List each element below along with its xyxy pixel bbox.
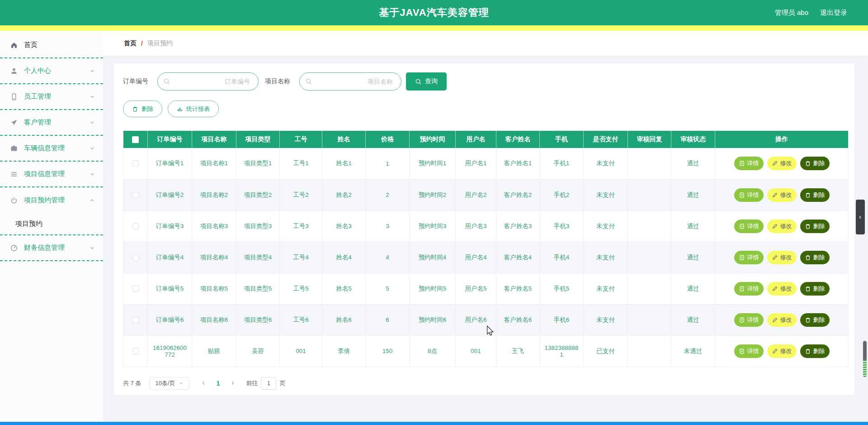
detail-button[interactable]: 详情 — [734, 313, 764, 327]
row-checkbox[interactable] — [132, 223, 139, 229]
detail-button[interactable]: 详情 — [734, 188, 764, 202]
detail-button[interactable]: 详情 — [734, 344, 764, 358]
delete-row-button[interactable]: 删除 — [800, 313, 830, 327]
scrollbar-thumb[interactable] — [863, 341, 867, 360]
column-header: 订单编号 — [148, 131, 192, 148]
current-page-number[interactable]: 1 — [211, 380, 225, 387]
table-cell: 项目类型5 — [236, 273, 280, 304]
table-cell: 项目类型3 — [236, 210, 280, 242]
detail-button[interactable]: 详情 — [734, 157, 764, 170]
row-checkbox[interactable] — [132, 254, 139, 261]
column-header: 价格 — [366, 131, 410, 148]
breadcrumb-home-link[interactable]: 首页 — [124, 39, 137, 48]
detail-button[interactable]: 详情 — [734, 251, 764, 264]
row-checkbox[interactable] — [132, 192, 139, 198]
column-header: 预约时间 — [410, 131, 456, 148]
select-all-checkbox[interactable] — [132, 136, 139, 143]
row-select-cell — [123, 273, 148, 304]
search-icon — [163, 78, 170, 85]
pagination: 共 7 条 10条/页 1 前往 — [123, 377, 848, 390]
sidebar-item-home[interactable]: 首页 — [0, 33, 103, 58]
table-cell — [628, 335, 671, 367]
header-accent-strip — [0, 25, 868, 31]
table-row: 订单编号1项目名称1项目类型1工号1姓名11预约时间1用户名1客户姓名1手机1未… — [123, 148, 849, 179]
delete-row-button[interactable]: 删除 — [800, 157, 830, 170]
row-checkbox[interactable] — [132, 317, 139, 323]
chevron-down-icon — [90, 172, 95, 177]
detail-button[interactable]: 详情 — [734, 282, 764, 296]
edit-button[interactable]: 修改 — [767, 282, 797, 296]
data-table: 订单编号项目名称项目类型工号姓名价格预约时间用户名客户姓名手机是否支付审核回复审… — [123, 131, 849, 367]
table-cell: 通过 — [671, 210, 715, 242]
query-button[interactable]: 查询 — [406, 72, 447, 91]
row-actions-cell: 详情修改删除 — [715, 242, 849, 273]
row-checkbox[interactable] — [132, 286, 139, 292]
delete-button[interactable]: 删除 — [123, 100, 162, 117]
detail-button-label: 详情 — [747, 316, 759, 324]
delete-row-button[interactable]: 删除 — [800, 344, 830, 358]
table-row: 订单编号6项目名称6项目类型6工号6姓名66预约时间6用户名6客户姓名6手机6未… — [123, 304, 849, 335]
sidebar-item-personal-center[interactable]: 个人中心 — [0, 58, 103, 84]
page-size-select[interactable]: 10条/页 — [149, 377, 189, 390]
sidebar-subitem-project-booking[interactable]: 项目预约 — [0, 213, 103, 235]
table-cell — [628, 210, 671, 242]
column-header: 是否支付 — [584, 131, 628, 148]
project-name-input[interactable] — [299, 72, 401, 91]
edit-button[interactable]: 修改 — [767, 220, 797, 233]
table-cell: 姓名6 — [322, 304, 366, 335]
goto-page-input[interactable] — [261, 377, 276, 390]
table-cell: 已支付 — [584, 335, 628, 367]
row-checkbox[interactable] — [132, 160, 139, 167]
table-cell: 用户名4 — [456, 242, 496, 273]
table-cell: 未通过 — [671, 335, 715, 367]
sidebar-item-finance-info-management[interactable]: 财务信息管理 — [0, 235, 103, 261]
gauge-icon — [10, 244, 18, 252]
next-page-button[interactable] — [225, 381, 240, 386]
sidebar-item-vehicle-info-management[interactable]: 车辆信息管理 — [0, 136, 103, 162]
table-cell: 贴膜 — [192, 335, 236, 367]
report-button[interactable]: 统计报表 — [168, 100, 219, 117]
order-number-input[interactable] — [157, 72, 259, 91]
sidebar-item-label: 首页 — [24, 41, 38, 49]
delete-row-button[interactable]: 删除 — [800, 251, 830, 264]
detail-button[interactable]: 详情 — [734, 220, 764, 233]
sidebar-item-label: 客户管理 — [24, 118, 51, 127]
prev-page-button[interactable] — [196, 381, 211, 386]
sidebar-item-project-info-management[interactable]: 项目信息管理 — [0, 162, 103, 187]
edit-button-label: 修改 — [780, 253, 792, 262]
edit-button[interactable]: 修改 — [767, 251, 797, 264]
table-cell: 客户姓名1 — [496, 148, 540, 179]
table-cell: 未支付 — [584, 273, 628, 304]
column-header: 审核回复 — [628, 131, 671, 148]
table-cell: 预约时间2 — [410, 179, 456, 210]
edit-button[interactable]: 修改 — [767, 344, 797, 358]
delete-row-button[interactable]: 删除 — [800, 282, 830, 296]
table-cell: 工号3 — [280, 210, 322, 242]
table-cell: 姓名4 — [322, 242, 366, 273]
sidebar-item-project-booking-management[interactable]: 项目预约管理 — [0, 187, 103, 213]
logout-button[interactable]: 退出登录 — [820, 9, 847, 17]
edit-button[interactable]: 修改 — [767, 188, 797, 202]
chevron-down-icon — [90, 120, 95, 125]
sidebar-item-employee-management[interactable]: 员工管理 — [0, 84, 103, 110]
column-header: 姓名 — [322, 131, 366, 148]
sidebar-item-customer-management[interactable]: 客户管理 — [0, 110, 103, 136]
panel-collapse-handle[interactable] — [856, 200, 865, 234]
row-checkbox[interactable] — [132, 348, 139, 354]
edit-button[interactable]: 修改 — [767, 313, 797, 327]
delete-row-button[interactable]: 删除 — [800, 188, 830, 202]
breadcrumb-separator: / — [141, 40, 143, 47]
delete-row-button[interactable]: 删除 — [800, 220, 830, 233]
table-cell: 客户姓名5 — [496, 273, 540, 304]
table-cell: 预约时间4 — [410, 242, 456, 273]
current-user-label[interactable]: 管理员 abo — [775, 9, 808, 17]
order-number-input-wrap — [157, 72, 259, 91]
scrollbar-striped-thumb[interactable] — [863, 360, 867, 377]
sidebar-item-label: 员工管理 — [24, 92, 51, 101]
table-cell: 项目名称1 — [192, 148, 236, 179]
edit-button[interactable]: 修改 — [767, 157, 797, 170]
table-cell: 客户姓名6 — [496, 304, 540, 335]
report-button-label: 统计报表 — [186, 105, 210, 113]
page-scrollbar[interactable] — [863, 341, 867, 377]
table-cell: 4 — [366, 242, 410, 273]
